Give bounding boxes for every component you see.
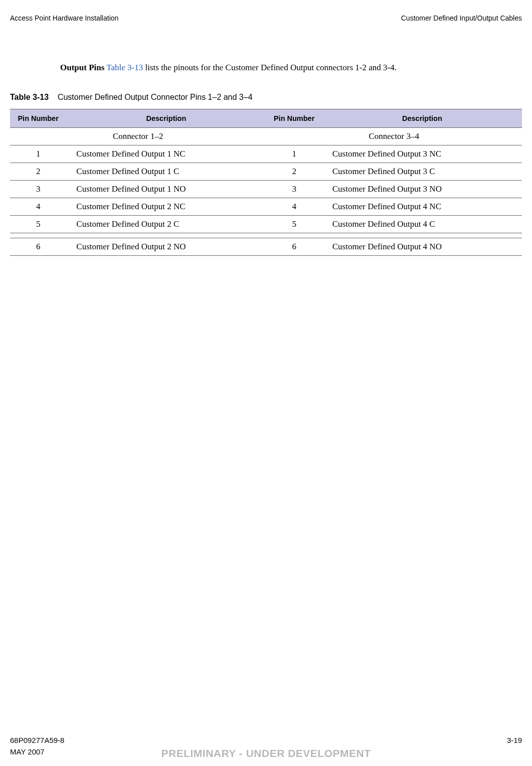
cell-pin: 3 <box>266 180 322 198</box>
cell-pin: 6 <box>266 238 322 255</box>
page-number: 3-19 <box>507 736 522 744</box>
cell-pin: 2 <box>10 163 66 180</box>
doc-number: 68P09277A59-8 <box>10 736 64 744</box>
cell-desc: Customer Defined Output 4 NC <box>322 198 522 215</box>
table-number: Table 3-13 <box>10 93 49 101</box>
footer-top-row: 68P09277A59-8 3-19 <box>10 736 522 744</box>
intro-paragraph: Output Pins Table 3-13 lists the pinouts… <box>60 62 512 74</box>
cell-desc: Customer Defined Output 4 C <box>322 215 522 233</box>
table-row: 6 Customer Defined Output 2 NO 6 Custome… <box>10 238 522 255</box>
table-gap-row <box>10 233 522 238</box>
footer-bottom-row: MAY 2007 PRELIMINARY - UNDER DEVELOPMENT <box>10 747 522 756</box>
table-subhead-row: Connector 1–2 Connector 3–4 <box>10 127 522 145</box>
watermark: PRELIMINARY - UNDER DEVELOPMENT <box>161 747 371 759</box>
cell-pin: 4 <box>266 198 322 215</box>
th-desc-2: Description <box>322 109 522 127</box>
cell-desc: Customer Defined Output 2 NO <box>66 238 266 255</box>
footer-date: MAY 2007 <box>10 747 45 756</box>
subhead-left: Connector 1–2 <box>10 127 266 145</box>
th-pin-2: Pin Number <box>266 109 322 127</box>
cell-pin: 3 <box>10 180 66 198</box>
header-right: Customer Defined Input/Output Cables <box>401 14 522 22</box>
cell-desc: Customer Defined Output 1 NO <box>66 180 266 198</box>
table-row: 2 Customer Defined Output 1 C 2 Customer… <box>10 163 522 180</box>
cell-desc: Customer Defined Output 2 NC <box>66 198 266 215</box>
page-header: Access Point Hardware Installation Custo… <box>10 14 522 22</box>
cell-desc: Customer Defined Output 1 C <box>66 163 266 180</box>
cell-desc: Customer Defined Output 3 C <box>322 163 522 180</box>
cell-desc: Customer Defined Output 2 C <box>66 215 266 233</box>
para-lead: Output Pins <box>60 63 104 72</box>
cell-desc: Customer Defined Output 3 NC <box>322 145 522 163</box>
th-desc-1: Description <box>66 109 266 127</box>
cell-pin: 6 <box>10 238 66 255</box>
table-header-row: Pin Number Description Pin Number Descri… <box>10 109 522 127</box>
page-footer: 68P09277A59-8 3-19 MAY 2007 PRELIMINARY … <box>10 736 522 756</box>
table-ref-link[interactable]: Table 3-13 <box>106 63 143 72</box>
table-title: Customer Defined Output Connector Pins 1… <box>58 93 253 101</box>
pinout-table: Pin Number Description Pin Number Descri… <box>10 109 522 256</box>
cell-desc: Customer Defined Output 4 NO <box>322 238 522 255</box>
table-row: 4 Customer Defined Output 2 NC 4 Custome… <box>10 198 522 215</box>
para-rest: lists the pinouts for the Customer Defin… <box>143 63 397 72</box>
cell-desc: Customer Defined Output 3 NO <box>322 180 522 198</box>
table-row: 1 Customer Defined Output 1 NC 1 Custome… <box>10 145 522 163</box>
cell-pin: 1 <box>266 145 322 163</box>
cell-pin: 1 <box>10 145 66 163</box>
subhead-right: Connector 3–4 <box>266 127 522 145</box>
header-left: Access Point Hardware Installation <box>10 14 118 22</box>
th-pin-1: Pin Number <box>10 109 66 127</box>
cell-pin: 4 <box>10 198 66 215</box>
cell-pin: 5 <box>266 215 322 233</box>
cell-pin: 2 <box>266 163 322 180</box>
cell-pin: 5 <box>10 215 66 233</box>
table-row: 3 Customer Defined Output 1 NO 3 Custome… <box>10 180 522 198</box>
cell-desc: Customer Defined Output 1 NC <box>66 145 266 163</box>
table-row: 5 Customer Defined Output 2 C 5 Customer… <box>10 215 522 233</box>
table-caption: Table 3-13 Customer Defined Output Conne… <box>10 93 522 102</box>
